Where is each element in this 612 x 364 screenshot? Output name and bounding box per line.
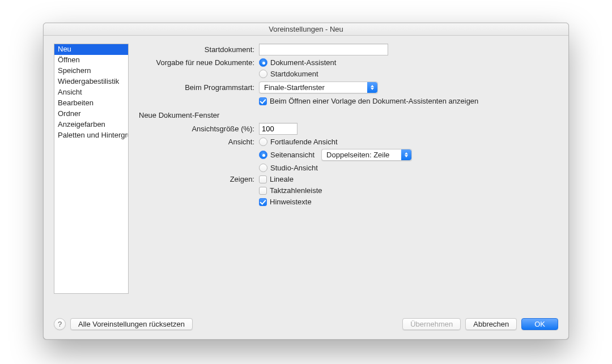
- checkbox-label: Lineale: [270, 175, 294, 183]
- radio-label: Dokument-Assistent: [270, 58, 336, 67]
- category-sidebar[interactable]: Neu Öffnen Speichern Wiedergabestilistik…: [54, 44, 129, 294]
- footer: ? Alle Voreinstellungen rücksetzen Übern…: [44, 314, 568, 339]
- zeigen-label: Zeigen:: [139, 175, 259, 183]
- sidebar-item-speichern[interactable]: Speichern: [54, 66, 128, 76]
- checkbox-label: Taktzahlenleiste: [270, 186, 322, 195]
- popup-value: Finale-Startfenster: [264, 83, 325, 92]
- sidebar-item-anzeigefarben[interactable]: Anzeigefarben: [54, 119, 128, 130]
- checkbox-icon: [259, 97, 267, 105]
- chevron-updown-icon: [401, 149, 411, 160]
- programmstart-popup[interactable]: Finale-Startfenster: [259, 82, 378, 93]
- section-header-neue-dokument-fenster: Neue Dokument-Fenster: [139, 111, 558, 119]
- vorgabe-radio-startdokument[interactable]: Startdokument: [259, 70, 318, 78]
- checkbox-label: Beim Öffnen einer Vorlage den Dokument-A…: [270, 97, 478, 105]
- checkbox-icon: [259, 198, 267, 206]
- sidebar-item-bearbeiten[interactable]: Bearbeiten: [54, 98, 128, 109]
- radio-label: Seitenansicht: [270, 151, 314, 159]
- popup-value: Doppelseiten: Zeile: [326, 151, 389, 159]
- zeigen-checkbox-lineale[interactable]: Lineale: [259, 175, 294, 183]
- preferences-window: Voreinstellungen - Neu Neu Öffnen Speich…: [43, 23, 569, 340]
- radio-icon: [259, 58, 267, 67]
- checkbox-icon: [259, 175, 267, 183]
- radio-label: Studio-Ansicht: [270, 164, 318, 172]
- checkbox-icon: [259, 187, 267, 195]
- zeigen-checkbox-hinweistexte[interactable]: Hinweistexte: [259, 198, 312, 206]
- ansicht-label: Ansicht:: [139, 138, 259, 146]
- startdokument-input[interactable]: [259, 44, 388, 55]
- form-area: Startdokument: Vorgabe für neue Dokument…: [139, 44, 558, 314]
- sidebar-item-ordner[interactable]: Ordner: [54, 109, 128, 119]
- radio-icon: [259, 70, 267, 78]
- radio-icon: [259, 164, 267, 172]
- sidebar-item-wiedergabestilistik[interactable]: Wiedergabestilistik: [54, 76, 128, 87]
- vorgabe-label: Vorgabe für neue Dokumente:: [139, 58, 259, 67]
- ansicht-radio-studio[interactable]: Studio-Ansicht: [259, 164, 318, 172]
- sidebar-item-oeffnen[interactable]: Öffnen: [54, 55, 128, 66]
- zeigen-checkbox-taktzahlenleiste[interactable]: Taktzahlenleiste: [259, 186, 322, 195]
- seitenansicht-popup[interactable]: Doppelseiten: Zeile: [321, 149, 412, 161]
- content-area: Neu Öffnen Speichern Wiedergabestilistik…: [44, 36, 568, 314]
- cancel-button[interactable]: Abbrechen: [465, 318, 517, 330]
- ansichtsgroesse-input[interactable]: [259, 123, 298, 135]
- radio-icon: [259, 151, 267, 159]
- ansichtsgroesse-label: Ansichtsgröße (%):: [139, 125, 259, 133]
- sidebar-item-neu[interactable]: Neu: [54, 44, 128, 55]
- reset-all-button[interactable]: Alle Voreinstellungen rücksetzen: [70, 318, 193, 330]
- radio-label: Fortlaufende Ansicht: [270, 138, 338, 146]
- startdokument-label: Startdokument:: [139, 45, 259, 54]
- vorgabe-radio-assistent[interactable]: Dokument-Assistent: [259, 58, 336, 67]
- help-button[interactable]: ?: [54, 318, 66, 330]
- radio-label: Startdokument: [270, 70, 318, 78]
- radio-icon: [259, 138, 267, 146]
- ansicht-radio-fortlaufend[interactable]: Fortlaufende Ansicht: [259, 138, 338, 146]
- window-title: Voreinstellungen - Neu: [44, 23, 568, 36]
- programmstart-label: Beim Programmstart:: [139, 83, 259, 92]
- ok-button[interactable]: OK: [521, 318, 558, 330]
- vorlage-assistent-checkbox[interactable]: Beim Öffnen einer Vorlage den Dokument-A…: [259, 97, 478, 105]
- ansicht-radio-seitenansicht[interactable]: Seitenansicht: [259, 151, 314, 159]
- chevron-updown-icon: [367, 82, 377, 93]
- apply-button[interactable]: Übernehmen: [402, 318, 461, 330]
- sidebar-item-paletten[interactable]: Paletten und Hintergründe: [54, 130, 128, 141]
- checkbox-label: Hinweistexte: [270, 198, 312, 206]
- sidebar-item-ansicht[interactable]: Ansicht: [54, 87, 128, 98]
